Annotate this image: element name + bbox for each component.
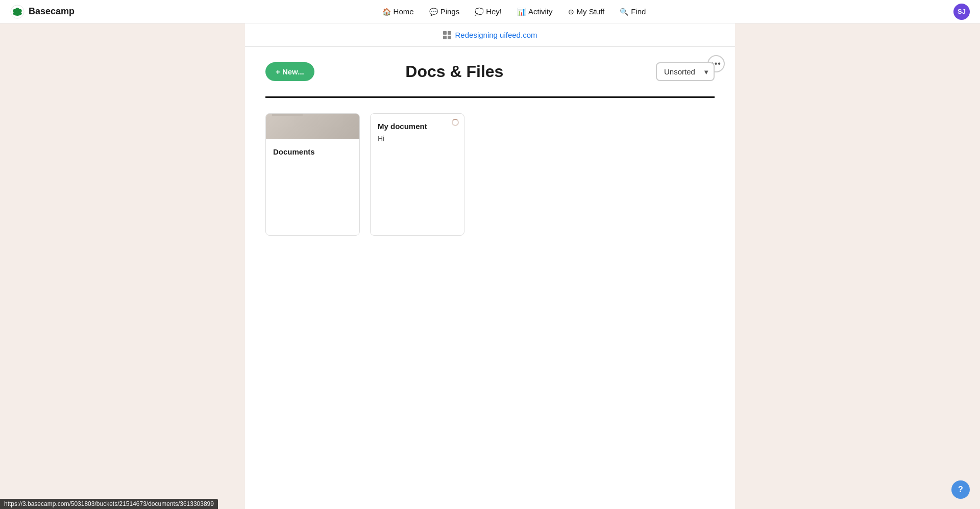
user-avatar[interactable]: SJ [953, 4, 970, 20]
logo-text: Basecamp [29, 6, 75, 17]
nav-item-pings[interactable]: 💬 Pings [423, 4, 466, 19]
hey-icon: 💭 [475, 8, 483, 16]
nav-item-home[interactable]: 🏠 Home [376, 4, 420, 19]
content-panel: ••• + New... Docs & Files Unsorted By na… [245, 47, 735, 509]
mystuff-icon: ⊙ [568, 8, 574, 16]
loading-spinner-doc [452, 119, 459, 126]
status-bar: https://3.basecamp.com/5031803/buckets/2… [0, 499, 218, 509]
nav-items: 🏠 Home 💬 Pings 💭 Hey! 📊 Activity ⊙ My St… [75, 4, 953, 19]
documents-folder-card[interactable]: Documents [265, 113, 360, 236]
card-title-documents: Documents [266, 139, 359, 160]
nav-item-find[interactable]: 🔍 Find [614, 4, 652, 19]
home-icon: 🏠 [382, 8, 391, 16]
nav-label-pings: Pings [440, 7, 460, 16]
top-navigation: Basecamp 🏠 Home 💬 Pings 💭 Hey! 📊 Activit… [0, 0, 980, 23]
nav-label-home: Home [394, 7, 414, 16]
help-button[interactable]: ? [951, 480, 970, 499]
nav-label-mystuff: My Stuff [577, 7, 605, 16]
main-wrapper: Redesigning uifeed.com ••• + New... Docs… [0, 23, 980, 509]
project-banner: Redesigning uifeed.com [245, 23, 735, 47]
nav-item-hey[interactable]: 💭 Hey! [469, 4, 508, 19]
my-document-card[interactable]: My document Hi [370, 113, 464, 236]
avatar-initials: SJ [958, 8, 966, 15]
basecamp-logo[interactable]: Basecamp [10, 5, 75, 19]
nav-label-hey: Hey! [486, 7, 502, 16]
nav-item-activity[interactable]: 📊 Activity [511, 4, 559, 19]
nav-item-mystuff[interactable]: ⊙ My Stuff [562, 4, 611, 19]
page-title: Docs & Files [253, 62, 656, 81]
page-header: + New... Docs & Files Unsorted By name B… [265, 62, 715, 81]
section-divider [265, 96, 715, 98]
pings-icon: 💬 [429, 8, 438, 16]
find-icon: 🔍 [620, 8, 628, 16]
cards-grid: Documents My document Hi [265, 113, 715, 236]
card-title-mydoc: My document [371, 114, 464, 135]
activity-icon: 📊 [517, 8, 526, 16]
nav-label-activity: Activity [528, 7, 553, 16]
grid-icon [443, 31, 451, 39]
card-subtitle-mydoc: Hi [371, 135, 464, 143]
sort-select[interactable]: Unsorted By name By date By type [656, 62, 715, 81]
folder-icon [266, 114, 359, 139]
nav-label-find: Find [631, 7, 646, 16]
basecamp-logo-icon [10, 5, 24, 19]
sort-wrapper: Unsorted By name By date By type ▼ [656, 62, 715, 81]
project-link[interactable]: Redesigning uifeed.com [455, 31, 537, 39]
svg-point-4 [15, 8, 20, 12]
